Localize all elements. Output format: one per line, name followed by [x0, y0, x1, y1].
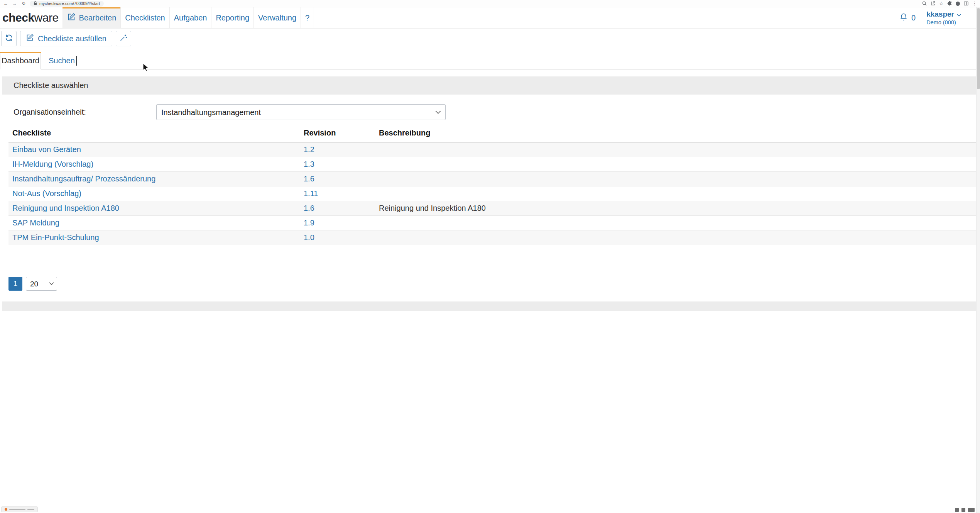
lock-icon — [34, 1, 37, 6]
browser-forward-button[interactable]: → — [12, 1, 17, 6]
taskbar-icon[interactable] — [955, 508, 959, 512]
org-unit-select[interactable]: Instandhaltungsmanagement — [156, 104, 446, 120]
org-unit-label: Organisationseinheit: — [14, 108, 156, 117]
taskbar-icon[interactable] — [968, 508, 975, 512]
user-menu[interactable]: kkasper Demo (000) — [926, 10, 961, 26]
checklist-link[interactable]: TPM Ein-Punkt-Schulung — [8, 233, 300, 242]
column-header-checkliste: Checkliste — [8, 129, 300, 137]
bell-icon — [899, 13, 908, 23]
description-cell: Reinigung und Inspektion A180 — [375, 204, 976, 213]
nav-item-aufgaben[interactable]: Aufgaben — [169, 7, 211, 28]
address-bar[interactable]: mycheckware.com/700009/#/start — [30, 1, 104, 7]
checklist-link[interactable]: IH-Meldung (Vorschlag) — [8, 160, 300, 169]
table-row[interactable]: IH-Meldung (Vorschlag) 1.3 — [8, 157, 976, 172]
panel-header: Checkliste auswählen — [2, 76, 976, 95]
notification-count: 0 — [911, 14, 916, 22]
table-row[interactable]: Einbau von Geräten 1.2 — [8, 142, 976, 157]
table-row[interactable]: Instandhaltungsauftrag/ Prozessänderung … — [8, 172, 976, 186]
nav-label: Verwaltung — [258, 14, 296, 22]
checklist-link[interactable]: Not-Aus (Vorschlag) — [8, 189, 300, 198]
browser-menu-icon[interactable]: ⋮ — [972, 1, 977, 6]
secondary-panel-header — [2, 301, 976, 311]
revision-link[interactable]: 1.6 — [300, 174, 375, 183]
nav-label: Reporting — [216, 14, 249, 22]
browser-back-button[interactable]: ← — [3, 1, 8, 6]
page-size-select[interactable]: 20 — [26, 277, 57, 291]
browser-toolbar-icons: ☆ ⋮ — [922, 1, 977, 6]
status-chip-text — [9, 509, 25, 510]
main-content: Checkliste auswählen Organisationseinhei… — [2, 76, 976, 311]
zoom-icon[interactable] — [922, 1, 927, 6]
revision-link[interactable]: 1.2 — [300, 145, 375, 154]
table-row[interactable]: TPM Ein-Punkt-Schulung 1.0 — [8, 230, 976, 245]
nav-item-help[interactable]: ? — [301, 7, 314, 28]
text-cursor — [76, 56, 77, 66]
status-chip[interactable] — [1, 506, 38, 512]
wand-button[interactable] — [116, 31, 131, 46]
revision-link[interactable]: 1.9 — [300, 218, 375, 227]
sync-icon — [5, 34, 13, 44]
browser-reload-button[interactable]: ↻ — [21, 1, 26, 6]
edit-icon — [67, 13, 76, 23]
tab-label: Dashboard — [2, 56, 39, 65]
url-text: mycheckware.com/700009/#/start — [39, 1, 100, 6]
table-body: Einbau von Geräten 1.2 IH-Meldung (Vorsc… — [8, 142, 976, 245]
main-nav: Bearbeiten Checklisten Aufgaben Reportin… — [63, 7, 314, 28]
table-row[interactable]: SAP Meldung 1.9 — [8, 216, 976, 230]
revision-link[interactable]: 1.3 — [300, 160, 375, 169]
nav-label: Bearbeiten — [79, 14, 117, 22]
bookmark-star-icon[interactable]: ☆ — [939, 1, 943, 6]
browser-chrome: ← → ↻ mycheckware.com/700009/#/start ☆ ⋮ — [0, 0, 980, 7]
tab-label: Suchen — [49, 56, 75, 65]
page-tabs: Dashboard Suchen — [0, 52, 980, 69]
org-select-wrap: Instandhaltungsmanagement — [156, 104, 446, 120]
revision-link[interactable]: 1.6 — [300, 204, 375, 213]
checklist-link[interactable]: Reinigung und Inspektion A180 — [8, 204, 300, 213]
app-header: checkware Bearbeiten Checklisten Aufgabe… — [0, 7, 980, 29]
column-header-beschreibung: Beschreibung — [375, 129, 976, 137]
table-row[interactable]: Not-Aus (Vorschlag) 1.11 — [8, 186, 976, 201]
chevron-down-icon — [956, 10, 961, 19]
page-1-button[interactable]: 1 — [8, 277, 22, 291]
notifications-button[interactable]: 0 — [899, 13, 916, 23]
checklist-table: Checkliste Revision Beschreibung Einbau … — [8, 129, 976, 245]
status-chip-icon — [5, 508, 7, 511]
taskbar-icons — [955, 508, 975, 512]
panel-title: Checkliste auswählen — [14, 81, 88, 90]
logo-light: ware — [34, 11, 59, 24]
sync-button[interactable] — [1, 31, 17, 46]
table-header-row: Checkliste Revision Beschreibung — [8, 129, 976, 142]
action-toolbar: Checkliste ausfüllen — [0, 29, 980, 49]
checklist-link[interactable]: Einbau von Geräten — [8, 145, 300, 154]
taskbar-icon[interactable] — [961, 508, 965, 512]
fill-checklist-button[interactable]: Checkliste ausfüllen — [20, 31, 112, 46]
nav-item-bearbeiten[interactable]: Bearbeiten — [63, 7, 121, 28]
profile-avatar-icon[interactable] — [956, 2, 960, 6]
nav-item-checklisten[interactable]: Checklisten — [120, 7, 169, 28]
tab-dashboard[interactable]: Dashboard — [0, 52, 41, 69]
scrollbar-thumb[interactable] — [977, 8, 980, 89]
page-size-wrap: 20 — [26, 277, 57, 291]
checklist-link[interactable]: Instandhaltungsauftrag/ Prozessänderung — [8, 174, 300, 183]
revision-link[interactable]: 1.0 — [300, 233, 375, 242]
split-screen-icon[interactable] — [964, 1, 968, 6]
checkware-logo[interactable]: checkware — [0, 7, 63, 28]
pagination: 1 20 — [8, 277, 976, 291]
tab-suchen[interactable]: Suchen — [41, 52, 77, 69]
checklist-link[interactable]: SAP Meldung — [8, 218, 300, 227]
nav-item-verwaltung[interactable]: Verwaltung — [253, 7, 301, 28]
nav-label: Aufgaben — [174, 14, 207, 22]
vertical-scrollbar[interactable] — [976, 7, 980, 513]
edit-icon — [26, 34, 34, 44]
extensions-puzzle-icon[interactable] — [947, 1, 952, 6]
table-row[interactable]: Reinigung und Inspektion A180 1.6 Reinig… — [8, 201, 976, 216]
user-name: kkasper — [926, 10, 954, 19]
share-icon[interactable] — [931, 1, 935, 6]
org-unit-row: Organisationseinheit: Instandhaltungsman… — [14, 104, 976, 120]
logo-bold: check — [2, 11, 34, 24]
nav-item-reporting[interactable]: Reporting — [211, 7, 253, 28]
user-tenant: Demo (000) — [926, 19, 961, 26]
revision-link[interactable]: 1.11 — [300, 189, 375, 198]
nav-label: ? — [305, 14, 309, 22]
status-chip-text — [27, 509, 34, 510]
